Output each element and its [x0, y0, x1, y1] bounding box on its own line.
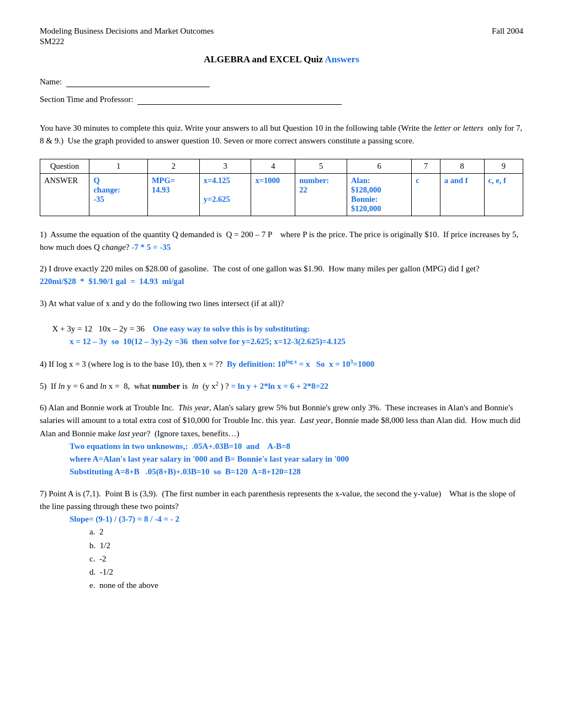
q7-option-e: e. none of the above	[89, 579, 523, 592]
q5-answer: = ln y + 2*ln x = 6 + 2*8=22	[231, 382, 329, 390]
q6-answer3: Substituting A=8+B .05(8+B)+.03B=10 so B…	[70, 465, 523, 478]
col-header-3: 3	[199, 159, 251, 173]
answer-label: ANSWER	[40, 173, 89, 216]
section-label: Section Time and Professor:	[40, 95, 134, 104]
answer-q9: c, e, f	[484, 173, 523, 216]
answer-q1: Qchange:-35	[89, 173, 148, 216]
col-header-7: 7	[412, 159, 440, 173]
col-header-5: 5	[295, 159, 347, 173]
name-field: Name:	[40, 77, 523, 87]
q6-answer2: where A=Alan's last year salary in '000 …	[70, 453, 523, 465]
q1-text: 1) Assume the equation of the quantity Q…	[40, 230, 518, 251]
q3-equations: X + 3y = 12 10x – 2y = 36	[52, 324, 151, 333]
answer-q7: c	[412, 173, 440, 216]
col-header-9: 9	[484, 159, 523, 173]
q7-option-b: b. 1/2	[89, 539, 523, 552]
question-7: 7) Point A is (7,1). Point B is (3,9). (…	[40, 488, 523, 592]
header: Modeling Business Decisions and Market O…	[40, 26, 523, 36]
q6-italic1: This year	[178, 403, 209, 412]
col-header-1: 1	[89, 159, 148, 173]
question-4: 4) If log x = 3 (where log is to the bas…	[40, 357, 523, 371]
instructions: You have 30 minutes to complete this qui…	[40, 122, 523, 148]
q3-answer-label: One easy way to solve this is by substit…	[153, 324, 310, 333]
q6-italic2: Last year	[300, 416, 331, 425]
instructions-italic: letter or letters	[434, 124, 484, 132]
answer-q4: x=1000	[251, 173, 295, 216]
title-answers: Answers	[325, 54, 359, 65]
col-header-8: 8	[440, 159, 484, 173]
q7-option-d: d. -1/2	[89, 566, 523, 579]
q7-option-a: a. 2	[89, 526, 523, 538]
q4-answer: By definition: 10log x = x So x = 103=10…	[227, 360, 374, 368]
q6-italic3: last year	[118, 429, 147, 438]
q1-answer: -7 * 5 = -35	[131, 243, 171, 251]
q7-answer: Slope= (9-1) / (3-7) = 8 / -4 = - 2	[70, 513, 523, 526]
title-main: ALGEBRA and EXCEL Quiz	[204, 54, 325, 65]
answer-q3: x=4.125y=2.625	[199, 173, 251, 216]
question-1: 1) Assume the equation of the quantity Q…	[40, 228, 523, 254]
col-header-4: 4	[251, 159, 295, 173]
q3-answer-line1: x = 12 – 3y so 10(12 – 3y)-2y =36 then s…	[70, 335, 523, 348]
course-title: Modeling Business Decisions and Market O…	[40, 26, 214, 36]
answer-q6: Alan:$128,000Bonnie:$120,000	[347, 173, 412, 216]
question-2: 2) I drove exactly 220 miles on $28.00 o…	[40, 263, 523, 288]
q6-answer1: Two equations in two unknowns,: .05A+.03…	[70, 440, 523, 453]
answer-table: Question 1 2 3 4 5 6 7 8 9 ANSWER Qchang…	[40, 159, 523, 216]
q2-answer: 220mi/$28 * $1.90/1 gal = 14.93 mi/gal	[40, 277, 184, 286]
section-underline	[137, 95, 342, 105]
answer-row: ANSWER Qchange:-35 MPG=14.93 x=4.125y=2.…	[40, 173, 523, 216]
name-label: Name:	[40, 77, 62, 86]
answer-q2: MPG=14.93	[147, 173, 199, 216]
col-header-question: Question	[40, 159, 89, 173]
q7-options: a. 2 b. 1/2 c. -2 d. -1/2 e. none of the…	[89, 526, 523, 592]
q1-italic: change	[102, 243, 126, 251]
question-3: 3) At what value of x and y do the follo…	[40, 297, 523, 349]
section-field: Section Time and Professor:	[40, 95, 523, 105]
col-header-2: 2	[147, 159, 199, 173]
question-6: 6) Alan and Bonnie work at Trouble Inc. …	[40, 402, 523, 479]
course-code: SM222	[40, 37, 523, 46]
quiz-title: ALGEBRA and EXCEL Quiz Answers	[40, 54, 523, 65]
answer-q5: number:22	[295, 173, 347, 216]
question-5: 5) If ln y = 6 and ln x = 8, what number…	[40, 379, 523, 393]
answer-q8: a and f	[440, 173, 484, 216]
col-header-6: 6	[347, 159, 412, 173]
semester: Fall 2004	[492, 26, 523, 36]
q7-option-c: c. -2	[89, 553, 523, 565]
name-underline	[66, 77, 210, 87]
